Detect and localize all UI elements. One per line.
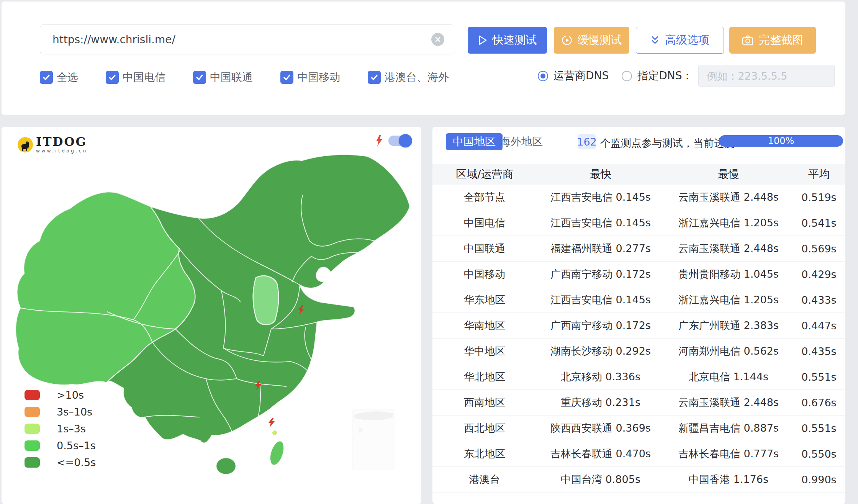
full-screenshot-label: 完整截图 — [759, 33, 803, 48]
cell-slowest: 云南玉溪联通 2.448s — [665, 190, 793, 204]
cell-slowest: 北京电信 1.144s — [665, 370, 793, 384]
toolbar-card: 快速测试 缓慢测试 高级选项 完整截图 全选 中国电信 — [2, 2, 845, 115]
checkbox-checked-icon[interactable] — [368, 71, 381, 84]
results-table: 区域/运营商 最快 最慢 平均 全部节点 江西吉安电信 0.145s 云南玉溪联… — [432, 164, 845, 493]
cell-fastest: 陕西西安联通 0.369s — [537, 421, 665, 435]
col-header-fastest: 最快 — [537, 167, 665, 182]
cell-region: 华东地区 — [432, 293, 537, 307]
cell-average: 0.990s — [793, 474, 845, 486]
cell-average: 0.435s — [793, 345, 845, 357]
play-icon — [478, 35, 487, 45]
checkbox-checked-icon[interactable] — [193, 71, 206, 84]
carrier-dns-label: 运营商DNS — [553, 69, 609, 83]
legend-item: 1s–3s — [25, 420, 96, 437]
advanced-options-button[interactable]: 高级选项 — [636, 27, 724, 54]
table-row: 港澳台 中国台湾 0.805s 中国香港 1.176s 0.990s — [432, 467, 845, 493]
cell-average: 0.541s — [793, 217, 845, 229]
table-row: 华北地区 北京移动 0.336s 北京电信 1.144s 0.551s — [432, 364, 845, 390]
table-row: 华中地区 湖南长沙移动 0.292s 河南郑州电信 0.562s 0.435s — [432, 339, 845, 364]
checkbox-checked-icon[interactable] — [40, 71, 53, 84]
table-row: 西北地区 陕西西安联通 0.369s 新疆昌吉电信 0.887s 0.551s — [432, 416, 845, 441]
tab-overseas-region[interactable]: 海外地区 — [493, 133, 550, 150]
quick-test-button[interactable]: 快速测试 — [468, 27, 547, 54]
cell-fastest: 江西吉安电信 0.145s — [537, 190, 665, 204]
cell-slowest: 新疆昌吉电信 0.887s — [665, 421, 793, 435]
legend-swatch — [25, 457, 40, 468]
lightning-icon — [375, 134, 383, 147]
legend-item: 0.5s–1s — [25, 437, 96, 454]
col-header-slowest: 最慢 — [665, 167, 793, 182]
cell-fastest: 重庆移动 0.231s — [537, 396, 665, 409]
hainan-island-shape[interactable] — [216, 458, 236, 475]
full-screenshot-button[interactable]: 完整截图 — [729, 27, 816, 54]
carrier-checkbox[interactable]: 中国移动 — [280, 70, 340, 85]
col-header-average: 平均 — [793, 167, 845, 182]
monitor-count-badge: 162 — [578, 134, 596, 149]
cell-average: 0.519s — [793, 191, 845, 203]
cell-slowest: 浙江嘉兴电信 1.205s — [665, 216, 793, 230]
cell-region: 西北地区 — [432, 421, 537, 435]
legend-swatch — [25, 407, 40, 417]
province-shanxi-shape[interactable] — [253, 276, 278, 325]
table-row: 中国电信 江西吉安电信 0.145s 浙江嘉兴电信 1.205s 0.541s — [432, 210, 845, 236]
slow-test-button[interactable]: 缓慢测试 — [554, 27, 629, 54]
cell-average: 0.429s — [793, 268, 845, 280]
carrier-checkbox[interactable]: 港澳台、海外 — [368, 70, 449, 85]
carrier-dns-radio[interactable] — [538, 71, 548, 81]
cell-slowest: 河南郑州电信 0.562s — [665, 344, 793, 358]
checkbox-label: 港澳台、海外 — [385, 70, 449, 85]
cell-fastest: 湖南长沙移动 0.292s — [537, 344, 665, 358]
cell-region: 全部节点 — [432, 190, 537, 204]
col-header-region: 区域/运营商 — [432, 167, 537, 182]
cell-region: 港澳台 — [432, 473, 537, 486]
progress-label: 100% — [768, 136, 794, 146]
cell-fastest: 广西南宁移动 0.172s — [537, 319, 665, 332]
clear-url-icon[interactable] — [431, 33, 444, 46]
legend-label: 0.5s–1s — [57, 440, 96, 452]
legend-swatch — [25, 424, 40, 434]
cell-average: 0.433s — [793, 294, 845, 306]
cell-region: 东北地区 — [432, 447, 537, 461]
slow-test-label: 缓慢测试 — [578, 33, 622, 48]
url-input[interactable] — [40, 25, 454, 54]
custom-dns-radio[interactable] — [622, 71, 632, 81]
cell-average: 0.447s — [793, 320, 845, 332]
cell-slowest: 中国香港 1.176s — [665, 473, 793, 486]
cell-fastest: 广西南宁移动 0.172s — [537, 267, 665, 281]
cell-fastest: 中国台湾 0.805s — [537, 473, 665, 486]
checkbox-label: 中国联通 — [210, 70, 253, 85]
cell-average: 0.550s — [793, 448, 845, 460]
cell-slowest: 云南玉溪联通 2.448s — [665, 242, 793, 255]
carrier-checkbox[interactable]: 中国联通 — [193, 70, 253, 85]
cell-slowest: 吉林长春电信 0.777s — [665, 447, 793, 461]
checkbox-checked-icon[interactable] — [280, 71, 293, 84]
cell-region: 中国联通 — [432, 242, 537, 255]
cell-average: 0.676s — [793, 397, 845, 409]
cell-fastest: 福建福州联通 0.277s — [537, 242, 665, 255]
table-header-row: 区域/运营商 最快 最慢 平均 — [432, 164, 845, 185]
advanced-options-label: 高级选项 — [665, 33, 709, 48]
camera-icon — [742, 35, 753, 46]
legend-label: 3s–10s — [57, 406, 92, 418]
map-legend: >10s 3s–10s 1s–3s 0.5s–1s <=0.5s — [25, 386, 96, 471]
table-row: 中国移动 广西南宁移动 0.172s 贵州贵阳移动 1.045s 0.429s — [432, 262, 845, 287]
legend-swatch — [25, 440, 40, 451]
cell-average: 0.551s — [793, 371, 845, 383]
sea-inset — [353, 410, 394, 469]
checkbox-label: 中国移动 — [297, 70, 340, 85]
carrier-checkbox[interactable]: 全选 — [40, 70, 78, 85]
cell-slowest: 广东广州联通 2.383s — [665, 319, 793, 332]
custom-dns-input[interactable] — [698, 65, 835, 87]
cell-region: 西南地区 — [432, 396, 537, 409]
cell-fastest: 江西吉安电信 0.145s — [537, 293, 665, 307]
legend-label: <=0.5s — [57, 457, 96, 468]
table-row: 东北地区 吉林长春联通 0.470s 吉林长春电信 0.777s 0.550s — [432, 441, 845, 467]
taiwan-island-shape[interactable] — [267, 439, 287, 467]
carrier-checkbox[interactable]: 中国电信 — [106, 70, 165, 85]
cell-region: 华北地区 — [432, 370, 537, 384]
lightning-toggle[interactable] — [388, 136, 411, 146]
checkbox-checked-icon[interactable] — [106, 71, 119, 84]
circle-play-icon — [562, 35, 572, 46]
cell-region: 华中地区 — [432, 344, 537, 358]
map-card: ITDOG www.itdog.cn — [2, 127, 421, 504]
